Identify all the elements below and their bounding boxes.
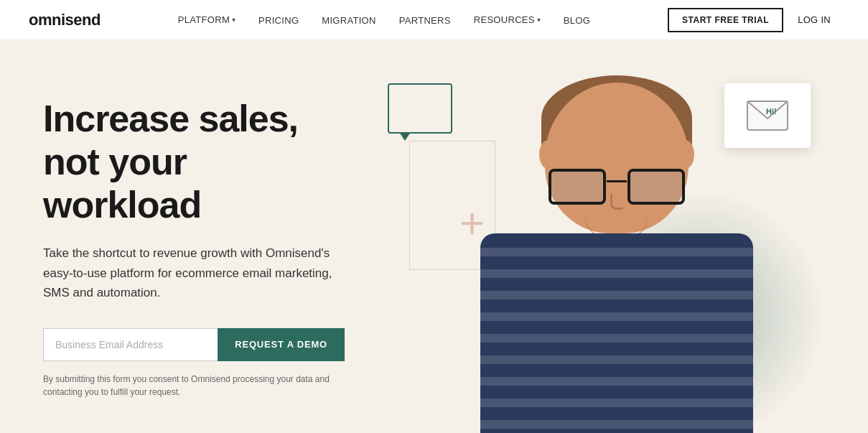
nav-link-platform[interactable]: PLATFORM (178, 14, 230, 25)
nav-link-partners[interactable]: PARTNERS (399, 15, 451, 26)
shirt-stripe-8 (480, 399, 753, 407)
email-input[interactable] (43, 328, 218, 361)
hero-title: Increase sales, not your workload (43, 98, 345, 226)
glasses-bridge (607, 180, 627, 182)
shirt-stripe-3 (480, 291, 753, 299)
person-head (545, 83, 689, 233)
nav-link-pricing[interactable]: PRICING (258, 15, 299, 26)
nav-item-partners[interactable]: PARTNERS (399, 14, 451, 27)
hero-section: Increase sales, not your workload Take t… (0, 40, 868, 433)
glasses-left-lens (549, 169, 606, 205)
nav-item-resources[interactable]: RESOURCES (474, 14, 541, 25)
nav-link-resources[interactable]: RESOURCES (474, 14, 535, 25)
nav-item-platform[interactable]: PLATFORM (178, 14, 235, 25)
person-shirt (480, 233, 753, 433)
hero-title-line2: not your workload (43, 141, 201, 225)
person-illustration (409, 54, 825, 433)
ear-left (539, 140, 557, 169)
person-nose (610, 194, 623, 210)
shirt-stripe-9 (480, 420, 753, 429)
nav-item-migration[interactable]: MIGRATION (322, 14, 375, 27)
hero-disclaimer: By submitting this form you consent to O… (43, 373, 345, 399)
shirt-stripe-7 (480, 377, 753, 386)
nav-item-pricing[interactable]: PRICING (258, 14, 299, 27)
glasses-right-lens (627, 169, 685, 205)
shirt-stripe-2 (480, 269, 753, 278)
main-nav: PLATFORM PRICING MIGRATION PARTNERS RESO… (178, 14, 590, 27)
hero-form: REQUEST A DEMO (43, 328, 345, 361)
ear-right (676, 140, 694, 169)
hero-visual: Hi! (373, 40, 868, 433)
navbar: omnisend PLATFORM PRICING MIGRATION PART… (0, 0, 868, 40)
navbar-actions: START FREE TRIAL LOG IN (668, 8, 839, 32)
shirt-stripe-5 (480, 334, 753, 343)
shirt-stripe-1 (480, 248, 753, 256)
nav-link-blog[interactable]: BLOG (564, 15, 590, 26)
hero-subtitle: Take the shortcut to revenue growth with… (43, 243, 345, 302)
hero-content: Increase sales, not your workload Take t… (0, 40, 373, 433)
person-body (430, 68, 803, 433)
request-demo-button[interactable]: REQUEST A DEMO (218, 328, 345, 361)
start-trial-button[interactable]: START FREE TRIAL (668, 8, 783, 32)
login-button[interactable]: LOG IN (789, 9, 839, 31)
hero-title-line1: Increase sales, (43, 98, 298, 139)
nav-item-blog[interactable]: BLOG (564, 14, 590, 27)
shirt-stripe-6 (480, 355, 753, 364)
nav-link-migration[interactable]: MIGRATION (322, 15, 375, 26)
brand-logo[interactable]: omnisend (29, 11, 101, 29)
shirt-stripe-4 (480, 312, 753, 321)
